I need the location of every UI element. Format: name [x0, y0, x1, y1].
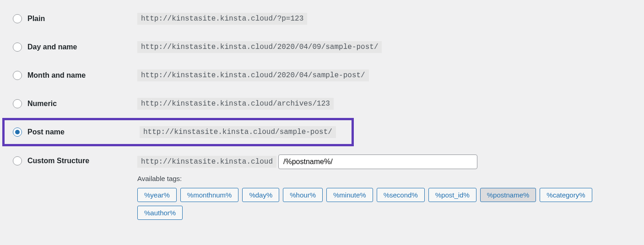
tags-row: %year%%monthnum%%day%%hour%%minute%%seco…	[137, 188, 635, 220]
option-plain: Plain http://kinstasite.kinsta.cloud/?p=…	[9, 5, 635, 33]
tag-button[interactable]: %minute%	[326, 188, 373, 202]
url-month-name: http://kinstasite.kinsta.cloud/2020/04/s…	[137, 69, 369, 81]
label-numeric: Numeric	[27, 100, 57, 108]
radio-plain[interactable]	[13, 14, 22, 23]
radio-day-name[interactable]	[13, 43, 22, 52]
tag-button[interactable]: %category%	[540, 188, 592, 202]
option-month-name: Month and name http://kinstasite.kinsta.…	[9, 61, 635, 90]
url-day-name: http://kinstasite.kinsta.cloud/2020/04/0…	[137, 41, 382, 53]
tag-button[interactable]: %day%	[242, 188, 279, 202]
url-post-name: http://kinstasite.kinsta.cloud/sample-po…	[140, 126, 336, 138]
tag-button[interactable]: %post_id%	[428, 188, 476, 202]
tag-button[interactable]: %second%	[377, 188, 425, 202]
radio-month-name[interactable]	[13, 71, 22, 80]
url-numeric: http://kinstasite.kinsta.cloud/archives/…	[137, 98, 334, 110]
tag-button[interactable]: %postname%	[480, 188, 536, 202]
label-custom: Custom Structure	[27, 157, 89, 165]
radio-numeric[interactable]	[13, 99, 22, 108]
custom-prefix: http://kinstasite.kinsta.cloud	[137, 156, 276, 168]
tag-button[interactable]: %author%	[137, 206, 183, 220]
available-tags-label: Available tags:	[137, 175, 635, 182]
tag-button[interactable]: %hour%	[283, 188, 323, 202]
label-day-name: Day and name	[27, 43, 77, 51]
tag-button[interactable]: %year%	[137, 188, 177, 202]
option-day-name: Day and name http://kinstasite.kinsta.cl…	[9, 33, 635, 61]
radio-custom[interactable]	[13, 156, 22, 165]
option-post-name: Post name http://kinstasite.kinsta.cloud…	[2, 118, 354, 146]
url-plain: http://kinstasite.kinsta.cloud/?p=123	[137, 13, 307, 25]
option-numeric: Numeric http://kinstasite.kinsta.cloud/a…	[9, 90, 635, 118]
label-month-name: Month and name	[27, 71, 86, 80]
radio-post-name[interactable]	[13, 128, 22, 137]
custom-structure-input[interactable]	[278, 154, 477, 169]
label-post-name: Post name	[27, 128, 65, 136]
option-custom: Custom Structure http://kinstasite.kinst…	[9, 146, 635, 228]
tag-button[interactable]: %monthnum%	[180, 188, 239, 202]
label-plain: Plain	[27, 15, 45, 23]
